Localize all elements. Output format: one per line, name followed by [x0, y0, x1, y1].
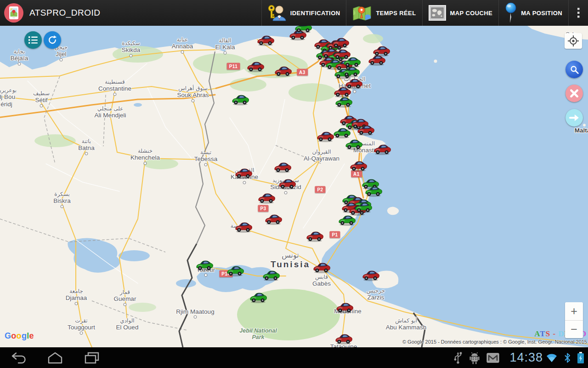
list-icon	[28, 36, 38, 44]
vehicle-marker-green[interactable]	[226, 265, 244, 277]
vehicle-marker-red[interactable]	[274, 65, 292, 77]
usb-icon	[453, 351, 463, 364]
vehicle-marker-red[interactable]	[312, 262, 331, 274]
vehicle-marker-green[interactable]	[294, 26, 312, 34]
magnifier-icon	[570, 65, 579, 75]
map-pin-icon	[352, 4, 372, 22]
temps-reel-button[interactable]: TEMPS RÉEL	[346, 0, 422, 26]
zoom-control: + −	[565, 302, 583, 338]
app-title: ATSPRO_DROID	[29, 8, 101, 18]
vehicle-marker-red[interactable]	[334, 333, 353, 345]
vehicle-marker-red[interactable]	[273, 161, 292, 173]
search-button[interactable]	[565, 61, 583, 78]
home-icon	[47, 352, 63, 364]
overflow-menu-button[interactable]	[568, 0, 588, 26]
vehicle-marker-red[interactable]	[362, 270, 380, 282]
ma-position-button[interactable]: MA POSITION	[498, 0, 568, 26]
status-clock: 14:38	[509, 351, 543, 364]
vehicle-marker-red[interactable]	[356, 124, 375, 136]
vehicle-marker-green[interactable]	[333, 127, 351, 139]
vehicle-marker-green[interactable]	[338, 214, 356, 226]
refresh-icon	[47, 35, 57, 45]
gmail-icon	[486, 353, 499, 363]
vehicle-marker-green[interactable]	[354, 201, 373, 213]
back-icon	[11, 352, 26, 364]
key-user-icon	[268, 4, 286, 22]
map-couche-label: MAP COUCHE	[450, 10, 493, 17]
vehicle-marker-red[interactable]	[373, 144, 391, 155]
wifi-icon	[546, 353, 558, 363]
my-location-button[interactable]	[565, 33, 582, 49]
phone-map-pin-icon	[8, 6, 20, 20]
x-icon	[570, 89, 579, 98]
vehicle-marker-red[interactable]	[234, 221, 253, 233]
next-button[interactable]	[565, 109, 583, 126]
ma-position-label: MA POSITION	[521, 10, 562, 17]
vehicle-marker-red[interactable]	[256, 34, 275, 46]
refresh-button[interactable]	[44, 31, 61, 49]
vehicle-list-button[interactable]	[24, 31, 42, 49]
zoom-out-button[interactable]: −	[565, 320, 583, 339]
arrow-right-icon	[569, 114, 579, 122]
vehicle-marker-red[interactable]	[349, 160, 368, 172]
vehicle-marker-green[interactable]	[342, 66, 360, 78]
recents-button[interactable]	[74, 352, 110, 364]
vehicle-marker-green[interactable]	[345, 138, 363, 150]
back-button[interactable]	[0, 352, 37, 364]
status-tray: 14:38	[453, 351, 588, 364]
zoom-in-button[interactable]: +	[565, 302, 583, 320]
map-attribution: © Google 2015 - Données cartographiques …	[402, 339, 587, 345]
home-button[interactable]	[37, 352, 74, 364]
vehicle-marker-red[interactable]	[246, 61, 265, 73]
app-bar: ATSPRO_DROID IDENTIFICATION	[0, 0, 588, 26]
android-debug-icon	[469, 351, 480, 364]
vehicle-marker-red[interactable]	[368, 54, 386, 66]
action-bar: IDENTIFICATION TEMPS RÉEL	[261, 0, 588, 26]
app-logo-icon	[4, 3, 23, 23]
target-icon	[568, 35, 579, 46]
overflow-menu-icon	[577, 7, 580, 18]
blue-balloon-icon	[505, 2, 517, 23]
battery-icon	[577, 352, 584, 364]
vehicle-marker-red[interactable]	[257, 192, 276, 204]
google-logo: Google	[5, 331, 34, 341]
close-button[interactable]	[565, 85, 583, 102]
vehicle-marker-red[interactable]	[264, 213, 283, 225]
vehicle-marker-red[interactable]	[278, 178, 296, 190]
vehicle-marker-green[interactable]	[249, 292, 267, 304]
vehicle-marker-green[interactable]	[364, 185, 383, 197]
vehicle-marker-green[interactable]	[334, 96, 353, 108]
system-nav-bar: 14:38	[0, 347, 588, 368]
vehicle-marker-red[interactable]	[316, 131, 334, 143]
map-couche-button[interactable]: MAP COUCHE	[422, 0, 499, 26]
identification-label: IDENTIFICATION	[290, 10, 340, 17]
vehicle-marker-green[interactable]	[262, 270, 280, 282]
recents-icon	[84, 352, 100, 364]
identification-button[interactable]: IDENTIFICATION	[261, 0, 346, 26]
vehicle-marker-green[interactable]	[195, 259, 214, 271]
vehicle-marker-red[interactable]	[234, 167, 253, 179]
world-layer-icon	[429, 5, 446, 21]
vehicle-marker-green[interactable]	[231, 94, 249, 106]
bluetooth-icon	[564, 352, 571, 363]
vehicle-marker-red[interactable]	[335, 302, 354, 314]
map-container: بجايةBéjaïaجيجلJijelسكيكدةSkikdaعنابةAnn…	[0, 26, 588, 347]
temps-reel-label: TEMPS RÉEL	[376, 10, 416, 17]
vehicle-marker-red[interactable]	[305, 230, 324, 242]
